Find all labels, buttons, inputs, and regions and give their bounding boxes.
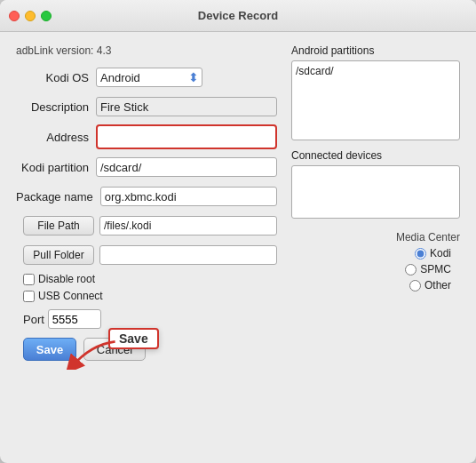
kodi-os-label: Kodi OS: [16, 71, 96, 84]
disable-root-checkbox[interactable]: [23, 274, 35, 285]
radio-spmc-row: SPMC: [405, 263, 451, 275]
maximize-button[interactable]: [41, 11, 52, 21]
window-title: Device Record: [198, 9, 278, 22]
address-label: Address: [16, 131, 96, 144]
address-input-wrapper: [96, 124, 277, 149]
connected-devices-label: Connected devices: [291, 149, 460, 162]
file-path-button[interactable]: File Path: [23, 216, 94, 235]
device-record-window: Device Record adbLink version: 4.3 Kodi …: [0, 0, 476, 463]
disable-root-row: Disable root: [23, 273, 277, 285]
package-name-input[interactable]: [100, 187, 277, 206]
minimize-button[interactable]: [25, 11, 36, 21]
pull-folder-input[interactable]: [99, 245, 277, 265]
port-row: Port: [23, 309, 277, 329]
kodi-os-row: Kodi OS Android ⬍: [16, 66, 277, 89]
android-partitions-label: Android partitions: [291, 44, 460, 57]
radio-kodi-label: Kodi: [430, 247, 451, 259]
radio-kodi[interactable]: [415, 248, 426, 259]
radio-kodi-row: Kodi: [415, 247, 451, 259]
radio-spmc[interactable]: [405, 264, 416, 275]
description-input[interactable]: [96, 97, 277, 116]
description-row: Description: [16, 95, 277, 118]
right-panel: Android partitions /sdcard/ Connected de…: [291, 44, 460, 451]
port-input[interactable]: [48, 309, 101, 329]
description-label: Description: [16, 100, 96, 114]
port-label: Port: [23, 313, 44, 326]
pull-folder-button[interactable]: Pull Folder: [23, 245, 94, 265]
media-center-section: Media Center Kodi SPMC Other: [291, 231, 460, 291]
disable-root-label: Disable root: [38, 273, 95, 285]
kodi-partition-label: Kodi partition: [16, 161, 96, 174]
address-input[interactable]: [99, 127, 274, 147]
usb-connect-row: USB Connect: [23, 290, 277, 302]
file-path-row: File Path /files/.kodi: [16, 214, 277, 237]
save-arrow-icon: [62, 339, 120, 370]
kodi-partition-row: Kodi partition: [16, 156, 277, 179]
kodi-partition-input[interactable]: [96, 157, 277, 177]
pull-folder-row: Pull Folder: [16, 243, 277, 267]
address-row: Address: [16, 124, 277, 149]
radio-other[interactable]: [409, 280, 421, 291]
connected-devices-section: Connected devices: [291, 149, 460, 219]
media-center-label: Media Center: [291, 231, 460, 243]
radio-spmc-label: SPMC: [420, 263, 451, 275]
kodi-os-select[interactable]: Android: [96, 68, 202, 87]
traffic-lights: [9, 11, 52, 21]
title-bar: Device Record: [0, 0, 476, 32]
close-button[interactable]: [9, 11, 20, 21]
file-path-value: /files/.kodi: [99, 216, 277, 235]
android-partitions-section: Android partitions /sdcard/: [291, 44, 460, 140]
kodi-os-select-container: Android ⬍: [96, 68, 202, 87]
radio-other-row: Other: [409, 279, 451, 291]
usb-connect-label: USB Connect: [38, 290, 103, 302]
media-center-radio-group: Kodi SPMC Other: [291, 247, 460, 291]
package-name-label: Package name: [16, 190, 100, 204]
connected-devices-box: [291, 165, 460, 219]
android-partitions-box: /sdcard/: [291, 60, 460, 140]
radio-other-label: Other: [424, 279, 451, 291]
version-label: adbLink version: 4.3: [16, 44, 277, 57]
partition-value: /sdcard/: [296, 65, 334, 77]
usb-connect-checkbox[interactable]: [23, 291, 35, 302]
left-panel: adbLink version: 4.3 Kodi OS Android ⬍ D…: [16, 44, 277, 451]
package-name-row: Package name: [16, 185, 277, 208]
